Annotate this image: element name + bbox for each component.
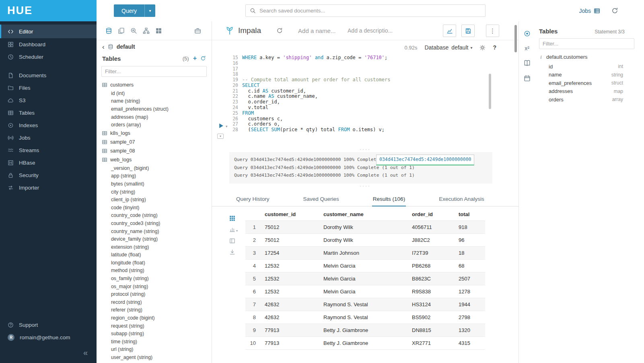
right-column-addresses[interactable]: addressesmap — [539, 87, 644, 96]
code-line[interactable]: 24 v.total — [229, 105, 518, 110]
sidebar-item-files[interactable]: Files — [0, 82, 97, 94]
tab-execution-analysis[interactable]: Execution Analysis — [438, 192, 485, 206]
database-selector[interactable]: default ▾ — [451, 44, 472, 51]
right-column-email-preferences[interactable]: email_preferencesstruct — [539, 79, 644, 87]
results-row[interactable]: 275012Dorothy WilkJ882C296 — [245, 234, 485, 247]
query-button[interactable]: Query — [114, 4, 144, 17]
tree-column-longitude[interactable]: longitude (float) — [97, 259, 212, 267]
code-line[interactable]: 15WHERE a.key = 'shipping' and a.zip_cod… — [229, 55, 518, 60]
resize-handle-bottom[interactable]: ···· — [212, 184, 518, 189]
code-line[interactable]: 23 o.order_id, — [229, 99, 518, 105]
tree-table-sample-07[interactable]: sample_07 — [97, 138, 212, 146]
sidebar-item-indexes[interactable]: Indexes — [0, 119, 97, 132]
sitemap-icon[interactable] — [143, 27, 150, 34]
sidebar-footer-support[interactable]: Support — [0, 319, 97, 331]
results-row[interactable]: 317254Martin JohnsonI72T3918 — [245, 247, 485, 260]
code-line[interactable]: 16 — [229, 60, 518, 66]
results-row[interactable]: 612532Melvin GarciaR9S8381278 — [245, 285, 485, 298]
code-line[interactable]: 26 customers c, — [229, 116, 518, 122]
tree-column-name[interactable]: name (string) — [97, 97, 212, 105]
tree-column-bytes[interactable]: bytes (smallint) — [97, 180, 212, 188]
sidebar-item-documents[interactable]: Documents — [0, 69, 97, 82]
refresh-icon[interactable] — [200, 56, 206, 61]
results-column-header[interactable]: customer_id — [262, 208, 321, 221]
sidebar-item-editor[interactable]: Editor — [0, 25, 97, 38]
results-column-header[interactable]: total — [456, 208, 485, 221]
tree-table-sample-08[interactable]: sample_08 — [97, 146, 212, 155]
execute-play-button[interactable] — [218, 122, 224, 129]
tree-column-orders[interactable]: orders (array) — [97, 121, 212, 129]
right-column-name[interactable]: namestring — [539, 71, 644, 79]
tree-column-country-code3[interactable]: country_code3 (string) — [97, 219, 212, 227]
code-line[interactable]: 25FROM — [229, 110, 518, 116]
apps-grid-icon[interactable] — [155, 27, 162, 34]
code-line[interactable]: 21 c.id AS customer_id, — [229, 88, 518, 94]
right-filter-input[interactable] — [543, 41, 631, 47]
functions-icon[interactable]: x² — [525, 45, 529, 51]
query-description-input[interactable] — [348, 27, 398, 34]
tree-column-region-code[interactable]: region_code (bigint) — [97, 314, 212, 322]
sql-source-icon[interactable] — [105, 27, 112, 34]
tree-column-device-family[interactable]: device_family (string) — [97, 235, 212, 243]
execute-options-caret[interactable]: ▾ — [226, 124, 228, 128]
tree-column-country-code[interactable]: country_code (string) — [97, 212, 212, 220]
tree-column-subapp[interactable]: subapp (string) — [97, 330, 212, 338]
grid-view-icon[interactable] — [229, 215, 235, 221]
tree-column-extension[interactable]: extension (string) — [97, 243, 212, 251]
schedule-icon[interactable] — [524, 75, 531, 82]
add-table-button[interactable]: + — [193, 55, 197, 62]
sidebar-item-security[interactable]: Security — [0, 169, 97, 182]
download-icon[interactable] — [229, 249, 235, 255]
tree-column-addresses[interactable]: addresses (map) — [97, 113, 212, 121]
sidebar-item-hbase[interactable]: HBase — [0, 157, 97, 169]
tree-column-protocol[interactable]: protocol (string) — [97, 290, 212, 298]
code-line[interactable]: 17 — [229, 66, 518, 72]
assistant-icon[interactable] — [524, 30, 531, 37]
table-filter-input[interactable] — [105, 68, 203, 74]
tree-column-url[interactable]: url (string) — [97, 346, 212, 354]
tab-results-106[interactable]: Results (106) — [372, 192, 406, 206]
tree-column-app[interactable]: app (string) — [97, 172, 212, 180]
tree-column-os-family[interactable]: os_family (string) — [97, 274, 212, 283]
sidebar-item-dashboard[interactable]: Dashboard — [0, 38, 97, 51]
results-column-header[interactable]: order_id — [409, 208, 456, 221]
tree-column-country-name[interactable]: country_name (string) — [97, 227, 212, 235]
more-actions-button[interactable]: ⋮ — [486, 25, 499, 37]
tab-saved-queries[interactable]: Saved Queries — [302, 192, 340, 206]
query-dropdown-caret[interactable]: ▾ — [144, 4, 155, 17]
back-chevron-icon[interactable]: ‹ — [102, 43, 105, 50]
chart-view-control[interactable]: ▾ — [229, 227, 238, 233]
active-table-row[interactable]: i default.customers — [539, 54, 644, 60]
search-input[interactable] — [259, 8, 481, 14]
code-line[interactable]: 18 — [229, 71, 518, 77]
tree-column-code[interactable]: code (tinyint) — [97, 204, 212, 212]
tree-column-user-agent[interactable]: user_agent (string) — [97, 353, 212, 361]
hue-logo[interactable]: HUE — [0, 0, 97, 21]
tree-column-method[interactable]: method (string) — [97, 267, 212, 275]
help-icon[interactable]: ? — [493, 44, 496, 51]
tree-column-request[interactable]: request (string) — [97, 322, 212, 330]
editor-scrollbar[interactable] — [514, 25, 517, 52]
query-history-icon[interactable] — [611, 7, 618, 14]
query-id-tooltip[interactable]: 034d413ec7474ed5:4249de1000000000 — [376, 155, 474, 165]
results-row[interactable]: 175012Dorothy Wilk4056711918 — [245, 221, 485, 234]
sidebar-item-importer[interactable]: Importer — [0, 182, 97, 194]
results-row[interactable]: 842632Raymond S. VestalBS59022798 — [245, 311, 485, 324]
chart-button[interactable] — [443, 25, 456, 37]
snippet-history-icon[interactable] — [276, 27, 283, 34]
results-column-header[interactable]: customer_name — [321, 208, 409, 221]
sidebar-item-scheduler[interactable]: Scheduler — [0, 51, 97, 63]
tree-column-time[interactable]: time (string) — [97, 338, 212, 346]
sidebar-item-streams[interactable]: Streams — [0, 144, 97, 157]
code-line[interactable]: 28 (SELECT SUM(price * qty) total FROM o… — [229, 127, 518, 132]
sidebar-collapse-button[interactable]: « — [83, 349, 88, 357]
sidebar-footer-romain-gethue-com[interactable]: Rromain@gethue.com — [0, 331, 97, 344]
tree-column-city[interactable]: city (string) — [97, 188, 212, 196]
code-line[interactable]: 20SELECT — [229, 82, 518, 88]
tree-column-client-ip[interactable]: client_ip (string) — [97, 196, 212, 204]
resize-handle-top[interactable]: ···· — [212, 148, 518, 152]
results-row[interactable]: 977913Betty J. GiambroneDN88151320 — [245, 324, 485, 337]
tree-column-latitude[interactable]: latitude (float) — [97, 251, 212, 259]
statement-options-button[interactable]: ▾ — [217, 134, 224, 139]
results-row[interactable]: 742632Raymond S. VestalHS31241944 — [245, 298, 485, 311]
